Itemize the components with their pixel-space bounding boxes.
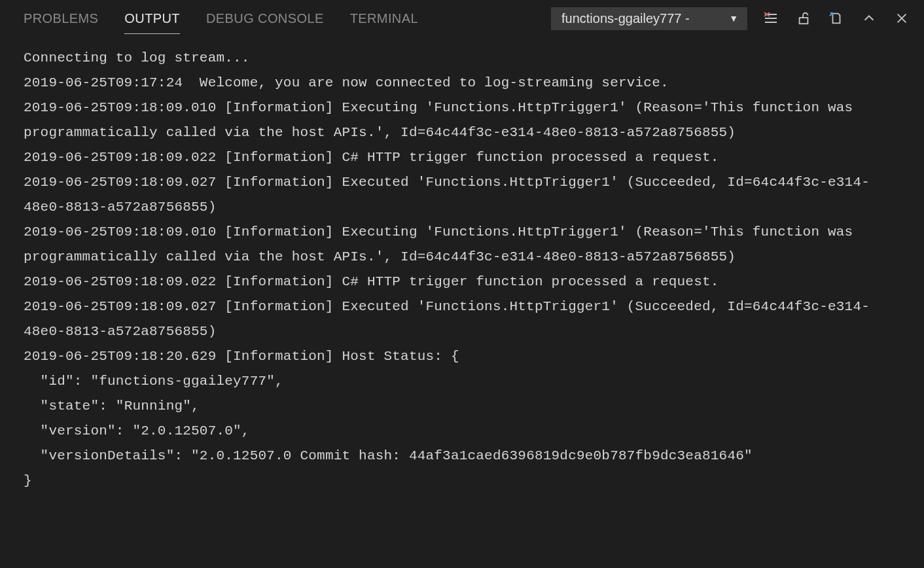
tab-output[interactable]: OUTPUT xyxy=(124,5,193,33)
panel-tabbar: PROBLEMS OUTPUT DEBUG CONSOLE TERMINAL f… xyxy=(0,0,924,37)
tab-debug-console[interactable]: DEBUG CONSOLE xyxy=(206,5,337,33)
open-file-icon xyxy=(829,11,844,26)
open-log-button[interactable] xyxy=(827,9,845,27)
panel-actions: functions-ggailey777 - ▼ xyxy=(551,7,911,30)
close-panel-button[interactable] xyxy=(893,9,911,27)
lock-scroll-button[interactable] xyxy=(794,9,813,27)
chevron-down-icon: ▼ xyxy=(729,13,738,24)
lock-open-icon xyxy=(796,11,811,26)
output-panel: PROBLEMS OUTPUT DEBUG CONSOLE TERMINAL f… xyxy=(0,0,924,568)
output-channel-dropdown[interactable]: functions-ggailey777 - ▼ xyxy=(551,7,747,30)
clear-output-icon xyxy=(763,10,779,26)
tab-problems[interactable]: PROBLEMS xyxy=(24,5,111,33)
clear-output-button[interactable] xyxy=(762,9,780,27)
output-log[interactable]: Connecting to log stream... 2019-06-25T0… xyxy=(0,37,924,568)
output-channel-label: functions-ggailey777 - xyxy=(561,11,690,26)
collapse-panel-button[interactable] xyxy=(860,9,878,27)
tab-terminal[interactable]: TERMINAL xyxy=(350,5,431,33)
close-icon xyxy=(895,11,909,26)
svg-rect-5 xyxy=(800,18,808,24)
chevron-up-icon xyxy=(862,11,876,26)
